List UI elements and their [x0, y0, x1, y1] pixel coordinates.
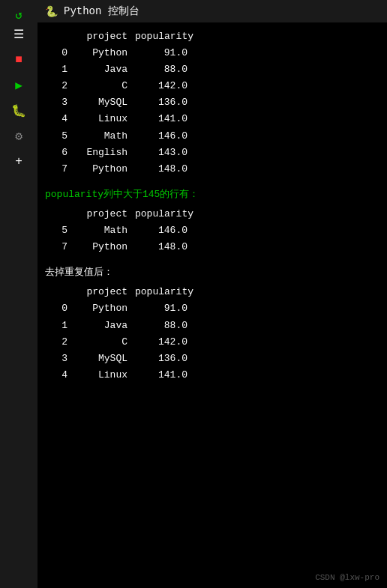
main-header-popularity: popularity: [135, 28, 188, 45]
table-row: 2 C 142.0: [45, 78, 380, 94]
row-popularity: 146.0: [135, 222, 188, 239]
filtered-table-header: project popularity: [45, 206, 380, 222]
table-row: 4 Linux 141.0: [45, 367, 380, 384]
add-icon[interactable]: +: [8, 153, 30, 171]
row-popularity: 146.0: [135, 128, 188, 145]
table-row: 4 Linux 141.0: [45, 111, 380, 127]
filtered-header-popularity: popularity: [135, 206, 188, 222]
table-row: 0 Python 91.0: [45, 45, 380, 61]
row-index: 3: [45, 94, 68, 111]
row-popularity: 141.0: [135, 367, 188, 384]
title-bar: 🐍 Python 控制台: [38, 0, 387, 22]
table-row: 7 Python 148.0: [45, 161, 380, 178]
row-index: 0: [45, 300, 68, 317]
row-popularity: 88.0: [135, 61, 188, 78]
row-index: 7: [45, 161, 68, 178]
row-popularity: 143.0: [135, 145, 188, 161]
dedup-header-project: project: [68, 284, 135, 300]
row-project: MySQL: [68, 351, 135, 367]
dedup-header-popularity: popularity: [135, 284, 188, 300]
row-popularity: 142.0: [135, 334, 188, 351]
table-row: 1 Java 88.0: [45, 61, 380, 78]
filtered-table-body: 5 Math 146.0 7 Python 148.0: [45, 222, 380, 255]
row-project: Python: [68, 239, 135, 255]
table-row: 7 Python 148.0: [45, 239, 380, 255]
row-index: 4: [45, 111, 68, 127]
row-index: 6: [45, 145, 68, 161]
main-table-body: 0 Python 91.0 1 Java 88.0 2 C 142.0 3 My…: [45, 45, 380, 178]
filtered-section-label: popularity列中大于145的行有：: [45, 187, 380, 203]
row-project: Linux: [68, 111, 135, 127]
watermark: CSDN @lxw-pro: [315, 573, 380, 582]
console-content[interactable]: project popularity 0 Python 91.0 1 Java …: [38, 22, 387, 588]
row-project: Math: [68, 222, 135, 239]
row-index: 3: [45, 351, 68, 367]
main-table-header: project popularity: [45, 28, 380, 45]
row-popularity: 136.0: [135, 94, 188, 111]
row-project: Python: [68, 161, 135, 178]
table-row: 3 MySQL 136.0: [45, 94, 380, 111]
row-project: Linux: [68, 367, 135, 384]
row-index: 7: [45, 239, 68, 255]
row-index: 2: [45, 334, 68, 351]
filtered-table-section: project popularity 5 Math 146.0 7 Python…: [45, 206, 380, 255]
title-text: Python 控制台: [64, 4, 140, 18]
table-row: 5 Math 146.0: [45, 128, 380, 145]
row-project: C: [68, 78, 135, 94]
row-popularity: 148.0: [135, 239, 188, 255]
file-icon[interactable]: ☰: [8, 25, 30, 43]
bug-icon[interactable]: 🐛: [8, 102, 30, 120]
row-project: Math: [68, 128, 135, 145]
table-row: 5 Math 146.0: [45, 222, 380, 239]
table-row: 2 C 142.0: [45, 334, 380, 351]
row-popularity: 141.0: [135, 111, 188, 127]
row-index: 5: [45, 128, 68, 145]
table-row: 6 English 143.0: [45, 145, 380, 161]
row-project: English: [68, 145, 135, 161]
row-index: 5: [45, 222, 68, 239]
row-popularity: 88.0: [135, 318, 188, 334]
run-icon[interactable]: ▶: [8, 76, 30, 94]
row-index: 2: [45, 78, 68, 94]
row-index: 0: [45, 45, 68, 61]
row-popularity: 136.0: [135, 351, 188, 367]
row-popularity: 91.0: [135, 300, 188, 317]
row-index: 1: [45, 318, 68, 334]
row-index: 4: [45, 367, 68, 384]
main-area: 🐍 Python 控制台 project popularity 0 Python…: [38, 0, 387, 588]
row-project: MySQL: [68, 94, 135, 111]
dedup-table-section: project popularity 0 Python 91.0 1 Java …: [45, 284, 380, 384]
row-project: Python: [68, 45, 135, 61]
row-popularity: 142.0: [135, 78, 188, 94]
settings-icon[interactable]: ⚙: [8, 127, 30, 145]
refresh-icon[interactable]: ↺: [8, 6, 30, 24]
main-header-project: project: [68, 28, 135, 45]
sidebar: ↺ ☰ ■ ▶ 🐛 ⚙ +: [0, 0, 38, 588]
stop-icon[interactable]: ■: [8, 51, 30, 69]
table-row: 0 Python 91.0: [45, 300, 380, 317]
row-popularity: 91.0: [135, 45, 188, 61]
dedup-section-label: 去掉重复值后：: [45, 264, 380, 281]
row-project: C: [68, 334, 135, 351]
main-table-section: project popularity 0 Python 91.0 1 Java …: [45, 28, 380, 178]
row-project: Java: [68, 318, 135, 334]
table-row: 3 MySQL 136.0: [45, 351, 380, 367]
python-icon: 🐍: [45, 5, 58, 18]
row-project: Python: [68, 300, 135, 317]
table-row: 1 Java 88.0: [45, 318, 380, 334]
row-project: Java: [68, 61, 135, 78]
dedup-table-body: 0 Python 91.0 1 Java 88.0 2 C 142.0 3 My…: [45, 300, 380, 383]
row-index: 1: [45, 61, 68, 78]
row-popularity: 148.0: [135, 161, 188, 178]
filtered-header-project: project: [68, 206, 135, 222]
dedup-table-header: project popularity: [45, 284, 380, 300]
